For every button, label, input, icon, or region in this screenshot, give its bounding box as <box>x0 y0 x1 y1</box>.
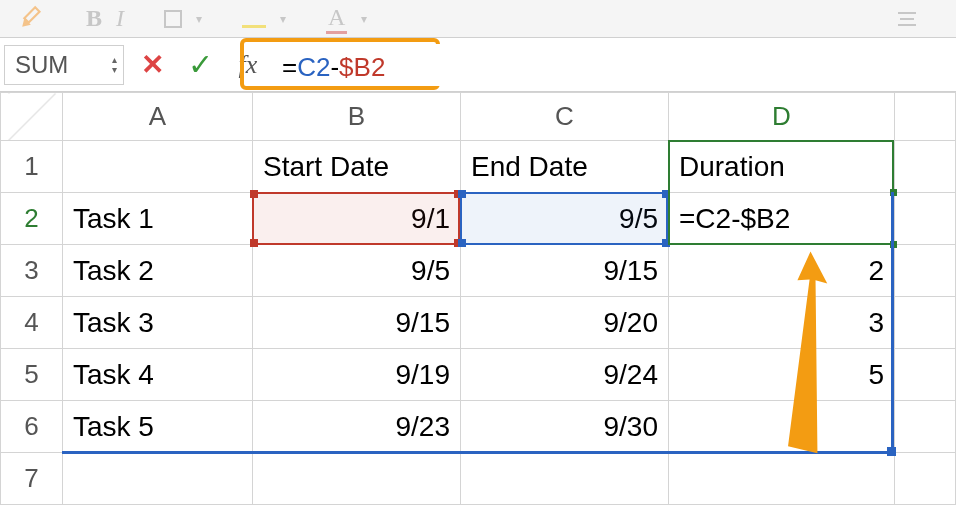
cell-A1[interactable] <box>63 141 253 193</box>
col-header-B[interactable]: B <box>253 93 461 141</box>
row-header-2[interactable]: 2 <box>1 193 63 245</box>
format-painter-icon[interactable] <box>20 3 46 35</box>
cell-E3[interactable] <box>895 245 956 297</box>
cell-B5[interactable]: 9/19 <box>253 349 461 401</box>
fx-button[interactable]: fx <box>228 50 268 80</box>
row-header-5[interactable]: 5 <box>1 349 63 401</box>
formula-bar: SUM ▴▾ ✕ ✓ fx =C2-$B2 <box>0 38 956 92</box>
row-header-7[interactable]: 7 <box>1 453 63 505</box>
cell-B1[interactable]: Start Date <box>253 141 461 193</box>
font-color-button[interactable]: A <box>326 4 347 34</box>
cell-C6[interactable]: 9/30 <box>461 401 669 453</box>
italic-button[interactable]: I <box>116 5 124 32</box>
dropdown-icon[interactable]: ▾ <box>361 12 367 26</box>
cell-E7[interactable] <box>895 453 956 505</box>
cell-B7[interactable] <box>253 453 461 505</box>
cell-A6[interactable]: Task 5 <box>63 401 253 453</box>
row-header-4[interactable]: 4 <box>1 297 63 349</box>
formula-minus: - <box>330 52 339 82</box>
cell-A7[interactable] <box>63 453 253 505</box>
cell-B2[interactable]: 9/1 <box>253 193 461 245</box>
select-all-corner[interactable] <box>1 93 63 141</box>
cell-C7[interactable] <box>461 453 669 505</box>
cell-C2[interactable]: 9/5 <box>461 193 669 245</box>
formula-equals: = <box>282 52 297 82</box>
align-group[interactable] <box>898 10 916 28</box>
cell-E2[interactable] <box>895 193 956 245</box>
cell-D2[interactable]: =C2-$B2 <box>669 193 895 245</box>
col-header-A[interactable]: A <box>63 93 253 141</box>
cell-D5[interactable]: 5 <box>669 349 895 401</box>
row-header-1[interactable]: 1 <box>1 141 63 193</box>
formula-input[interactable]: =C2-$B2 <box>276 44 466 86</box>
cell-B6[interactable]: 9/23 <box>253 401 461 453</box>
cell-E5[interactable] <box>895 349 956 401</box>
worksheet[interactable]: A B C D 1 Start Date End Date Duration 2… <box>0 92 956 505</box>
dropdown-icon[interactable]: ▾ <box>280 12 286 26</box>
cell-D1[interactable]: Duration <box>669 141 895 193</box>
borders-button[interactable] <box>164 10 182 28</box>
cell-A4[interactable]: Task 3 <box>63 297 253 349</box>
dropdown-icon[interactable]: ▾ <box>196 12 202 26</box>
formula-ref-b2: $B2 <box>339 52 385 82</box>
name-box[interactable]: SUM ▴▾ <box>4 45 124 85</box>
ribbon: B I ▾ ▾ A ▾ <box>0 0 956 38</box>
cell-B4[interactable]: 9/15 <box>253 297 461 349</box>
col-header-D[interactable]: D <box>669 93 895 141</box>
col-header-C[interactable]: C <box>461 93 669 141</box>
accept-button[interactable]: ✓ <box>180 47 220 82</box>
cell-E4[interactable] <box>895 297 956 349</box>
cell-D3[interactable]: 2 <box>669 245 895 297</box>
row-header-6[interactable]: 6 <box>1 401 63 453</box>
cell-D4[interactable]: 3 <box>669 297 895 349</box>
cancel-button[interactable]: ✕ <box>132 48 172 81</box>
row-header-3[interactable]: 3 <box>1 245 63 297</box>
cell-C4[interactable]: 9/20 <box>461 297 669 349</box>
grid[interactable]: A B C D 1 Start Date End Date Duration 2… <box>0 92 956 505</box>
cell-C5[interactable]: 9/24 <box>461 349 669 401</box>
cell-A3[interactable]: Task 2 <box>63 245 253 297</box>
cell-D7[interactable] <box>669 453 895 505</box>
cell-A2[interactable]: Task 1 <box>63 193 253 245</box>
cell-A5[interactable]: Task 4 <box>63 349 253 401</box>
cell-B3[interactable]: 9/5 <box>253 245 461 297</box>
cell-E6[interactable] <box>895 401 956 453</box>
bold-button[interactable]: B <box>86 5 102 32</box>
fill-color-button[interactable] <box>242 10 266 28</box>
name-box-value: SUM <box>15 51 68 79</box>
cell-D6[interactable] <box>669 401 895 453</box>
cell-C3[interactable]: 9/15 <box>461 245 669 297</box>
formula-ref-c2: C2 <box>297 52 330 82</box>
col-header-next[interactable] <box>895 93 956 141</box>
name-box-stepper-icon[interactable]: ▴▾ <box>112 55 117 75</box>
cell-C1[interactable]: End Date <box>461 141 669 193</box>
cell-E1[interactable] <box>895 141 956 193</box>
